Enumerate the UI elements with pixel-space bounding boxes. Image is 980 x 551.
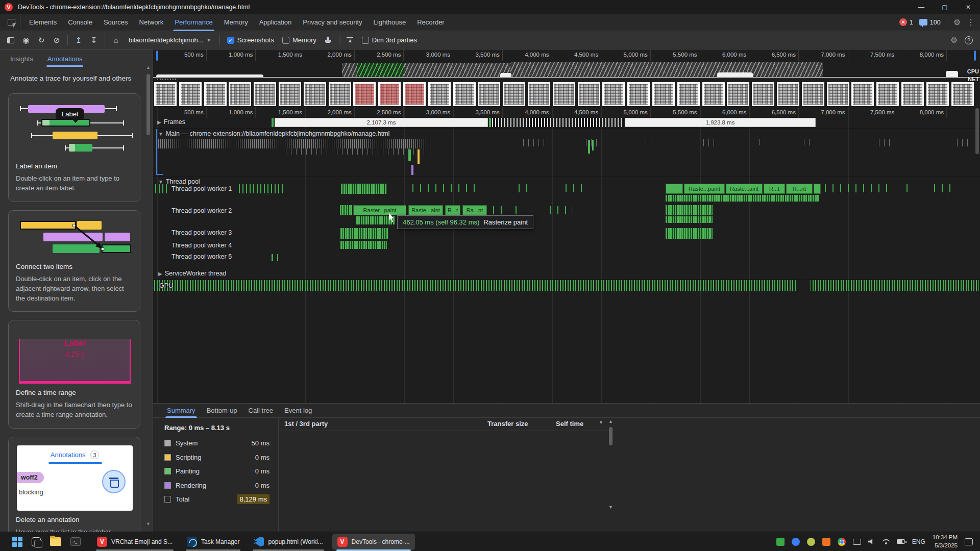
raster-bar[interactable] (666, 184, 683, 194)
raster-bar[interactable]: R...nt (786, 184, 813, 194)
screenshots-checkbox[interactable]: ✓ Screenshots (227, 36, 274, 44)
kebab-menu-icon[interactable]: ⋮ (967, 17, 975, 27)
scroll-down-icon[interactable]: ▼ (145, 521, 151, 527)
worker1-activity[interactable] (906, 184, 910, 192)
garbage-collect-button[interactable] (322, 34, 335, 47)
worker2-activity[interactable] (666, 205, 713, 215)
worker2-label[interactable]: Thread pool worker 2 (172, 207, 232, 214)
devtools-tab[interactable]: Sources (98, 14, 134, 31)
main-green-mark[interactable] (588, 140, 590, 154)
raster-bar[interactable]: R...t (764, 184, 785, 194)
tray-app-icon[interactable] (792, 538, 800, 546)
devtools-tab[interactable]: Performance (169, 14, 218, 31)
screenshot-thumbnail[interactable] (204, 82, 227, 106)
scroll-up-icon[interactable]: ▲ (607, 419, 614, 424)
record-button[interactable]: ◉ (19, 34, 33, 47)
inspect-element-button[interactable] (3, 15, 20, 30)
worker3-activity[interactable] (340, 228, 388, 239)
screenshot-thumbnail[interactable] (503, 82, 525, 106)
self-time-column-header[interactable]: Self time (556, 420, 583, 428)
screenshot-thumbnail[interactable] (827, 82, 849, 106)
sidebar-scrollbar[interactable]: ▲ ▼ (145, 65, 151, 527)
devtools-tab[interactable]: Application (254, 14, 298, 31)
tray-app-icon[interactable] (822, 538, 830, 546)
worker1-activity[interactable] (412, 184, 475, 192)
worker1-activity[interactable] (239, 184, 283, 193)
file-explorer-icon[interactable] (50, 537, 61, 546)
main-green-mark[interactable] (592, 140, 594, 151)
sort-chevron-icon[interactable]: ▼ (599, 420, 603, 425)
worker1-label[interactable]: Thread pool worker 1 (172, 185, 232, 192)
close-button[interactable]: ✕ (957, 0, 980, 14)
main-activity-ticks[interactable] (760, 139, 764, 145)
tray-display-icon[interactable] (853, 539, 861, 545)
screenshot-thumbnail[interactable] (229, 82, 251, 106)
worker1-activity[interactable] (825, 184, 888, 192)
screenshot-thumbnail[interactable] (578, 82, 600, 106)
screenshot-thumbnail[interactable] (627, 82, 650, 106)
worker2-activity[interactable] (550, 206, 573, 214)
worker1-activity[interactable] (341, 184, 387, 194)
tab-annotations[interactable]: Annotations (47, 49, 83, 68)
screenshot-thumbnail[interactable] (602, 82, 625, 106)
frames-track-header[interactable]: ▶Frames (157, 118, 185, 126)
issues-counter[interactable]: 100 (919, 19, 941, 26)
taskbar-app-task-manager[interactable]: Task Manager (182, 534, 244, 550)
raster-bar-hovered[interactable]: Raster...paint (353, 205, 406, 215)
devtools-tab[interactable]: Network (134, 14, 169, 31)
help-icon[interactable]: ? (965, 36, 973, 44)
memory-checkbox[interactable]: Memory (282, 36, 316, 44)
worker4-label[interactable]: Thread pool worker 4 (172, 242, 232, 249)
screenshot-thumbnail[interactable] (677, 82, 700, 106)
cpu-overview[interactable]: CPU (153, 61, 980, 78)
tray-browser-icon[interactable] (838, 538, 846, 546)
drawer-tab[interactable]: Call tree (243, 404, 279, 418)
raster-bar[interactable]: Raste...aint (408, 205, 443, 215)
screenshot-thumbnail[interactable] (652, 82, 675, 106)
maximize-button[interactable]: ▢ (933, 0, 957, 14)
tray-antivirus-icon[interactable] (776, 538, 785, 546)
capture-settings-gear-icon[interactable]: ⚙ (950, 35, 958, 45)
frame-bar[interactable]: 2,107.3 ms (275, 118, 488, 127)
worker5-activity[interactable] (277, 254, 278, 261)
worker3-label[interactable]: Thread pool worker 3 (172, 229, 232, 236)
overview-right-handle[interactable] (974, 51, 976, 61)
tab-insights[interactable]: Insights (10, 49, 33, 68)
worker4-activity[interactable] (340, 241, 387, 249)
main-green-mark[interactable] (408, 149, 411, 161)
frame-strip-small-frames[interactable] (492, 118, 624, 127)
worker2-activity[interactable] (493, 206, 508, 214)
main-track-header[interactable]: ▼Main — chrome-extension://bilaomfenldep… (158, 130, 389, 137)
party-column-header[interactable]: 1st / 3rd party (284, 420, 328, 428)
main-purple-mark[interactable] (411, 165, 413, 175)
main-yellow-mark[interactable] (418, 149, 420, 164)
screenshot-thumbnail[interactable] (702, 82, 725, 106)
screenshot-thumbnail[interactable] (154, 82, 177, 106)
save-profile-button[interactable]: ↧ (87, 34, 101, 47)
main-activity-ticks[interactable] (703, 139, 719, 146)
taskbar-app-vscode[interactable]: popup.html (Worki... (249, 534, 328, 550)
worker2-activity[interactable] (516, 206, 522, 214)
details-scrollbar[interactable]: ▲ ▼ (607, 419, 614, 510)
drawer-tab[interactable]: Summary (161, 404, 201, 418)
screenshot-thumbnail[interactable] (403, 82, 426, 106)
tray-battery-icon[interactable] (897, 539, 905, 544)
flamechart-scrollbar[interactable] (975, 107, 979, 398)
minimize-button[interactable]: — (910, 0, 933, 14)
scrollbar-thumb[interactable] (146, 74, 150, 135)
start-button[interactable] (12, 537, 22, 547)
scrollbar-thumb[interactable] (609, 427, 612, 445)
screenshot-thumbnail[interactable] (926, 82, 949, 106)
screenshot-thumbnail[interactable] (951, 82, 974, 106)
devtools-tab[interactable]: Memory (218, 14, 254, 31)
worker3-activity[interactable] (666, 228, 713, 239)
frame-bar[interactable]: 1,923.8 ms (625, 118, 816, 127)
taskbar-app-devtools[interactable]: V DevTools - chrome-... (332, 534, 415, 550)
settings-gear-icon[interactable]: ⚙ (953, 17, 961, 27)
dim-3rd-parties-checkbox[interactable]: Dim 3rd parties (362, 36, 417, 44)
raster-bar[interactable]: Ra...nt (462, 205, 487, 215)
screenshot-thumbnail[interactable] (752, 82, 774, 106)
screenshot-thumbnail[interactable] (179, 82, 202, 106)
drawer-tab[interactable]: Bottom-up (201, 404, 243, 418)
worker1-activity[interactable] (519, 184, 531, 192)
